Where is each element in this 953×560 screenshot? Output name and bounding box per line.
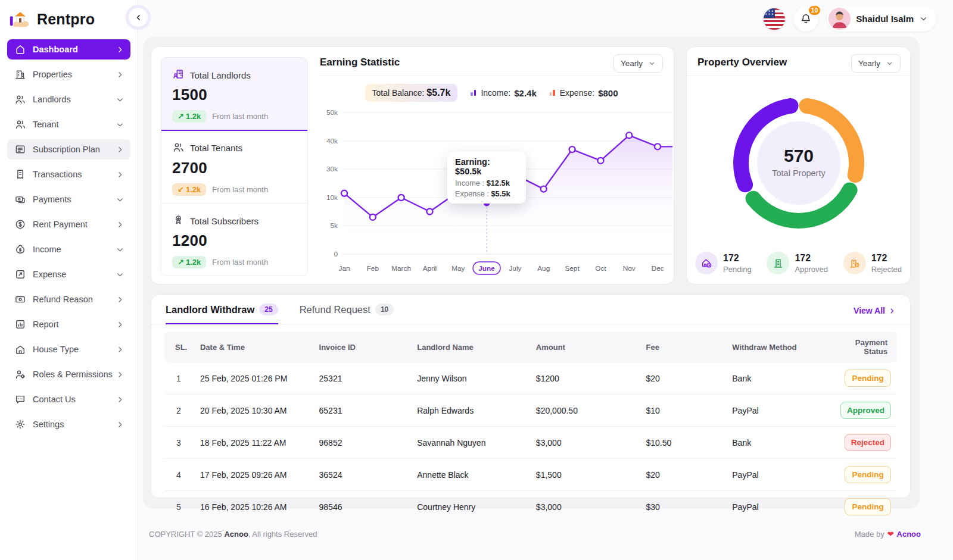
data-point[interactable] bbox=[597, 158, 603, 164]
app-logo: Rentpro bbox=[0, 0, 138, 39]
sidebar-item-label: Payments bbox=[33, 195, 116, 204]
chevron-right-icon bbox=[888, 307, 896, 315]
sidebar-item-settings[interactable]: Settings bbox=[7, 414, 130, 434]
data-point[interactable] bbox=[341, 190, 347, 196]
sidebar-item-expense[interactable]: Expense bbox=[7, 264, 130, 284]
avatar bbox=[829, 8, 851, 30]
sidebar-item-payments[interactable]: Payments bbox=[7, 189, 130, 209]
data-point[interactable] bbox=[626, 132, 632, 138]
cell-method: PayPal bbox=[726, 395, 830, 427]
sidebar-item-report[interactable]: Report bbox=[7, 314, 130, 334]
sidebar-item-house-type[interactable]: House Type bbox=[7, 339, 130, 359]
stat-title: Total Tenants bbox=[190, 143, 242, 153]
landlord-building-icon bbox=[172, 68, 185, 82]
chevron-right-icon bbox=[116, 345, 124, 354]
cell-method: Bank bbox=[726, 427, 830, 459]
cell-fee: $20 bbox=[640, 362, 727, 395]
data-point[interactable] bbox=[398, 195, 404, 201]
copyright-suffix: , All rights Reserved bbox=[248, 530, 317, 539]
legend-label: Approved bbox=[795, 265, 828, 274]
stats-column: Total Landlords1500↗1.2kFrom last monthT… bbox=[161, 57, 308, 276]
sidebar-item-contact-us[interactable]: Contact Us bbox=[7, 389, 130, 409]
trend-up-icon: ↗ bbox=[177, 112, 184, 121]
trend-value: 1.2k bbox=[186, 258, 201, 267]
stat-note: From last month bbox=[212, 185, 268, 194]
language-flag-us[interactable] bbox=[764, 8, 785, 30]
sidebar-item-label: Landlords bbox=[33, 95, 116, 104]
total-balance-pill: Total Balance: $5.7k bbox=[365, 84, 458, 102]
tab-count-badge: 25 bbox=[259, 304, 278, 315]
table-row: 220 Feb, 2025 10:30 AM65231Ralph Edwards… bbox=[164, 395, 897, 427]
trend-down-icon: ↙ bbox=[177, 185, 184, 194]
property-period-select[interactable]: Yearly bbox=[851, 54, 901, 73]
cell-amount: $20,000.50 bbox=[530, 395, 640, 427]
table-body: 125 Feb, 2025 01:26 PM25321Jenny Wilson$… bbox=[164, 362, 897, 523]
view-all-link[interactable]: View All bbox=[854, 306, 896, 324]
user-menu[interactable]: Shaidul Isalm bbox=[827, 6, 936, 32]
cell-sl: 1 bbox=[164, 362, 194, 395]
cell-method: PayPal bbox=[726, 459, 830, 491]
tenants-icon bbox=[172, 141, 185, 155]
earning-period-select[interactable]: Yearly bbox=[613, 54, 663, 73]
income-value: $2.4k bbox=[514, 88, 537, 98]
property-title: Property Overview bbox=[697, 57, 787, 68]
column-header-payment-status: Payment Status bbox=[830, 331, 897, 362]
month-label: July bbox=[509, 264, 521, 273]
total-balance-value: $5.7k bbox=[426, 87, 450, 98]
chevron-right-icon bbox=[116, 220, 124, 229]
chart-tooltip: Earning: $50.5k Income : $12.5k Expense … bbox=[447, 152, 526, 204]
data-point[interactable] bbox=[541, 186, 547, 192]
cell-sl: 3 bbox=[164, 427, 194, 459]
property-donut-chart: 570Total Property bbox=[718, 83, 879, 243]
sidebar-item-roles-permissions[interactable]: Roles & Permissions bbox=[7, 364, 130, 384]
cell-fee: $30 bbox=[640, 491, 727, 523]
data-point[interactable] bbox=[426, 209, 432, 215]
pending-house-icon bbox=[695, 252, 718, 274]
stat-value: 1500 bbox=[172, 86, 297, 104]
sidebar-item-tenant[interactable]: Tenant bbox=[7, 114, 130, 134]
trend-value: 1.2k bbox=[186, 185, 201, 194]
status-badge: Pending bbox=[845, 370, 891, 387]
main-content: Total Landlords1500↗1.2kFrom last monthT… bbox=[143, 37, 920, 509]
legend-value: 172 bbox=[723, 253, 752, 264]
data-point[interactable] bbox=[655, 143, 661, 149]
sidebar-item-income[interactable]: Income bbox=[7, 239, 130, 259]
expense-legend: Expense: $800 bbox=[550, 88, 618, 98]
sidebar-item-refund-reason[interactable]: Refund Reason bbox=[7, 289, 130, 309]
month-label: Aug bbox=[537, 264, 550, 273]
stat-card-total-tenants: Total Tenants2700↙1.2kFrom last month bbox=[161, 131, 307, 204]
tab-label: Refund Request bbox=[300, 304, 370, 315]
sidebar-item-label: Subscription Plan bbox=[33, 145, 116, 154]
cell-date: 20 Feb, 2025 10:30 AM bbox=[194, 395, 313, 427]
tooltip-earning-label: Earning: bbox=[455, 157, 490, 167]
sidebar-item-label: Dashboard bbox=[33, 45, 116, 54]
legend-label: Rejected bbox=[871, 265, 902, 274]
sidebar-item-landlords[interactable]: Landlords bbox=[7, 89, 130, 110]
chevron-right-icon bbox=[116, 70, 124, 79]
data-point[interactable] bbox=[569, 146, 575, 152]
sidebar-item-dashboard[interactable]: Dashboard bbox=[7, 39, 130, 60]
chevron-left-icon bbox=[134, 13, 143, 22]
made-by-brand[interactable]: Acnoo bbox=[897, 530, 921, 539]
approved-building-icon bbox=[767, 252, 789, 274]
notifications-button[interactable]: 10 bbox=[793, 7, 818, 32]
sidebar-item-rent-payment[interactable]: Rent Payment bbox=[7, 214, 130, 234]
tab-refund-request[interactable]: Refund Request 10 bbox=[300, 304, 394, 324]
status-badge: Pending bbox=[845, 498, 891, 515]
sidebar-item-transactions[interactable]: Transactions bbox=[7, 164, 130, 184]
status-badge: Approved bbox=[840, 402, 891, 419]
table-row: 125 Feb, 2025 01:26 PM25321Jenny Wilson$… bbox=[164, 362, 897, 395]
data-point[interactable] bbox=[370, 214, 376, 220]
tenant-icon bbox=[14, 118, 26, 130]
sidebar-item-properties[interactable]: Properties bbox=[7, 64, 130, 85]
tab-landlord-withdraw[interactable]: Landlord Withdraw 25 bbox=[166, 304, 278, 324]
sidebar-item-subscription-plan[interactable]: Subscription Plan bbox=[7, 139, 130, 159]
cell-amount: $1,500 bbox=[530, 459, 640, 491]
chevron-down-icon bbox=[116, 95, 124, 104]
month-label[interactable]: June bbox=[478, 264, 495, 273]
sidebar-item-label: Roles & Permissions bbox=[33, 370, 116, 379]
stat-note: From last month bbox=[212, 112, 268, 121]
income-bars-icon bbox=[471, 90, 476, 96]
cell-name: Savannah Nguyen bbox=[411, 427, 530, 459]
sidebar-collapse-button[interactable] bbox=[129, 8, 148, 27]
